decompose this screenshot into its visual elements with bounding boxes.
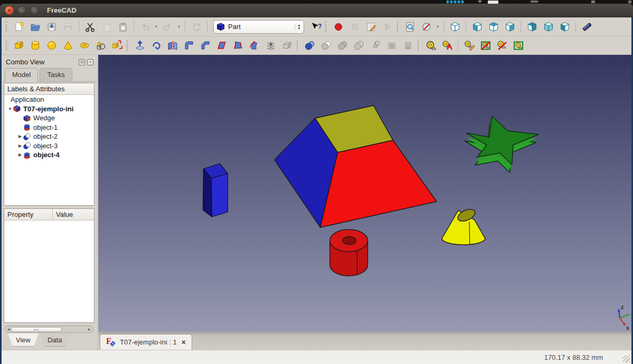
tree-item-t07-ejemplo-ini[interactable]: ▼ T07-ejemplo-ini (4, 104, 94, 114)
part-shape-builder-button[interactable] (110, 39, 124, 53)
part-mirror-button[interactable] (165, 39, 179, 53)
part-extrude-button[interactable] (133, 39, 147, 53)
expander-open-icon[interactable]: ▼ (7, 107, 13, 111)
refresh-button[interactable] (189, 20, 203, 34)
part-cross-sections-button[interactable] (401, 39, 415, 53)
whats-this-button[interactable]: ? (308, 20, 323, 34)
measure-linear-button[interactable] (423, 39, 438, 53)
part-cone-button[interactable] (61, 39, 75, 53)
measure-distance-button[interactable] (580, 20, 594, 34)
toolbar-grip[interactable] (6, 41, 7, 51)
new-document-button[interactable] (12, 20, 26, 34)
redo-button[interactable] (160, 20, 175, 34)
dropdown-caret-icon[interactable]: ▾ (176, 24, 182, 29)
undo-button[interactable] (138, 20, 152, 34)
part-offset-button[interactable] (280, 39, 294, 53)
part-boolean-button[interactable] (303, 39, 317, 53)
paste-button[interactable] (116, 20, 130, 34)
macro-edit-button[interactable] (364, 20, 378, 34)
part-primitives-button[interactable] (93, 39, 108, 53)
view-left-button[interactable] (558, 20, 572, 34)
tree-item-object-4[interactable]: ▶ object-4 (4, 150, 94, 160)
expander-closed-icon[interactable]: ▶ (17, 134, 23, 139)
measure-toggle-delta-button[interactable] (511, 39, 525, 53)
toolbar-grip[interactable] (397, 22, 399, 32)
tab-data[interactable]: Data (40, 333, 70, 347)
spinner-arrows-icon[interactable]: ▲▼ (295, 24, 301, 30)
measure-toggle-all-button[interactable] (478, 39, 493, 53)
measure-toggle-3d-button[interactable] (495, 39, 509, 53)
save-document-button[interactable] (44, 20, 59, 34)
tree-item-wedge[interactable]: Wedge (4, 113, 94, 123)
workbench-selector[interactable]: Part ▲▼ (213, 20, 304, 34)
part-chamfer-button[interactable] (198, 39, 212, 53)
dropdown-caret-icon[interactable]: ▾ (434, 24, 441, 29)
object-blue-box[interactable] (203, 164, 228, 217)
part-check-geometry-button[interactable] (368, 39, 382, 53)
part-cut-button[interactable] (319, 39, 333, 53)
horizontal-scrollbar[interactable]: ◄ ••• ► (4, 325, 93, 333)
toolbar-grip[interactable] (6, 22, 7, 32)
view-axonometric-button[interactable] (448, 20, 462, 34)
part-common-button[interactable] (352, 39, 366, 53)
dock-close-icon[interactable]: × (87, 59, 93, 65)
open-document-button[interactable] (28, 20, 42, 34)
dock-float-icon[interactable] (79, 59, 85, 65)
document-tab[interactable]: F T07-ejemplo-ini : 1 + (100, 334, 192, 350)
macro-record-button[interactable] (331, 20, 345, 34)
dropdown-caret-icon[interactable]: ▾ (153, 24, 159, 29)
view-front-button[interactable] (470, 20, 484, 34)
tree-item-object-2[interactable]: ▶ object-2 (4, 132, 94, 141)
tab-close-icon[interactable]: + (179, 338, 188, 347)
window-minimize-button[interactable]: – (17, 6, 26, 15)
macro-stop-button[interactable] (347, 20, 362, 34)
part-union-button[interactable] (335, 39, 349, 53)
toolbar-grip[interactable] (325, 22, 327, 32)
object-red-tube[interactable] (330, 229, 368, 276)
part-torus-button[interactable] (77, 39, 91, 53)
tree-item-application[interactable]: Application (4, 95, 94, 104)
part-make-face-button[interactable] (214, 39, 229, 53)
scroll-left-icon[interactable]: ◄ (6, 327, 11, 332)
measure-refresh-button[interactable] (462, 39, 476, 53)
cut-button[interactable] (83, 20, 97, 34)
resize-grip[interactable] (623, 356, 630, 362)
value-column-header[interactable]: Value (53, 209, 94, 220)
toolbar-grip[interactable] (297, 41, 298, 51)
view-bottom-button[interactable] (541, 20, 555, 34)
view-top-button[interactable] (486, 20, 500, 34)
part-defeaturing-button[interactable] (384, 39, 399, 53)
fit-all-button[interactable] (403, 20, 417, 34)
part-fillet-button[interactable] (182, 39, 196, 53)
3d-viewport[interactable]: Z Y X (98, 55, 631, 332)
part-ruled-surface-button[interactable] (231, 39, 245, 53)
copy-button[interactable] (99, 20, 114, 34)
view-rear-button[interactable] (525, 20, 539, 34)
part-cylinder-button[interactable] (28, 39, 42, 53)
tab-view[interactable]: View (8, 333, 39, 347)
part-box-button[interactable] (12, 39, 26, 53)
toolbar-grip[interactable] (418, 41, 419, 51)
window-close-button[interactable]: ✕ (5, 6, 14, 15)
view-right-button[interactable] (503, 20, 517, 34)
scrollbar-thumb[interactable]: ••• (11, 327, 62, 332)
measure-angular-button[interactable] (440, 39, 454, 53)
model-tree: Labels & Attributes Application ▼ T07-ej… (4, 83, 95, 206)
tree-item-object-1[interactable]: object-1 (4, 123, 94, 132)
tab-tasks[interactable]: Tasks (40, 68, 72, 81)
macro-play-button[interactable] (380, 20, 394, 34)
tab-model[interactable]: Model (5, 68, 38, 82)
part-revolve-button[interactable] (149, 39, 163, 53)
scroll-right-icon[interactable]: ► (87, 327, 92, 332)
property-column-header[interactable]: Property (4, 209, 53, 220)
window-maximize-button[interactable]: ▫ (30, 6, 39, 15)
tree-item-object-3[interactable]: ▶ object-3 (4, 141, 94, 151)
draw-style-button[interactable] (419, 20, 433, 34)
toolbar-grip[interactable] (127, 41, 128, 51)
part-sweep-button[interactable] (247, 39, 261, 53)
expander-closed-icon[interactable]: ▶ (17, 143, 23, 148)
part-loft-button[interactable] (263, 39, 278, 53)
expander-closed-icon[interactable]: ▶ (17, 152, 23, 157)
part-sphere-button[interactable] (44, 39, 59, 53)
print-document-button[interactable] (61, 20, 75, 34)
